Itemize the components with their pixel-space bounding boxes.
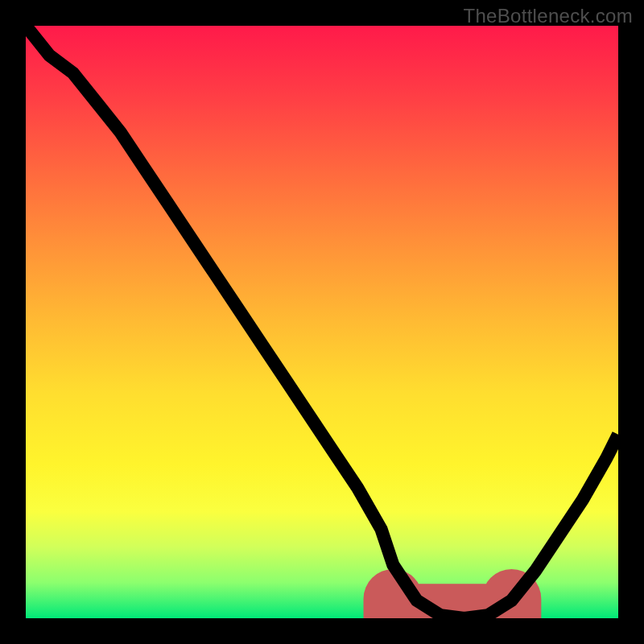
bottleneck-curve — [26, 26, 618, 618]
chart-svg — [26, 26, 618, 618]
chart-plot-area — [26, 26, 618, 618]
watermark-text: TheBottleneck.com — [463, 5, 633, 27]
